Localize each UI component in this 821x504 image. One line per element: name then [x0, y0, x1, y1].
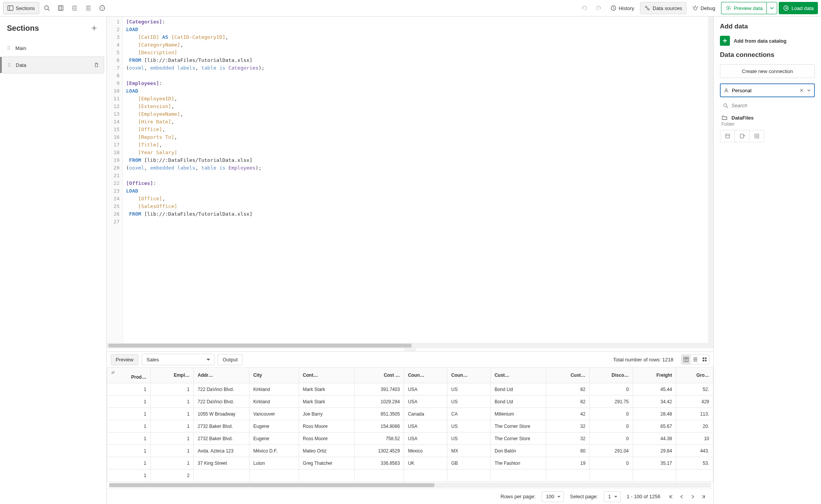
page-first-button[interactable]: [666, 492, 676, 501]
indent-button[interactable]: [68, 2, 81, 14]
column-header[interactable]: Gro…: [676, 368, 713, 383]
column-header[interactable]: Cust…: [546, 368, 590, 383]
chevron-down-icon[interactable]: [807, 88, 811, 93]
drag-handle-icon[interactable]: [7, 62, 11, 68]
column-header[interactable]: Coun…: [404, 368, 447, 383]
table-cell: 1: [107, 420, 151, 432]
drag-handle-icon[interactable]: [7, 45, 11, 51]
table-cell: Eugene: [249, 420, 299, 432]
table-cell: 0: [590, 457, 633, 469]
preview-data-button[interactable]: Preview data: [721, 2, 766, 14]
column-header[interactable]: Freight: [633, 368, 676, 383]
debug-button[interactable]: Debug: [688, 2, 720, 14]
column-header[interactable]: Disco…: [590, 368, 633, 383]
column-header[interactable]: Cust…: [490, 368, 546, 383]
page-next-button[interactable]: [688, 492, 697, 501]
add-from-catalog-button[interactable]: Add from data catalog: [720, 36, 815, 46]
create-connection-button[interactable]: Create new connection: [720, 64, 815, 78]
editor-vertical-scrollbar[interactable]: [708, 17, 713, 343]
table-cell: 722 DaVinci Blvd.: [194, 396, 249, 408]
svg-point-30: [9, 48, 10, 48]
connection-search[interactable]: [720, 103, 815, 108]
preview-table-wrap[interactable]: Prod…Empl…Addr…CityCont…Cost …Coun…Coun……: [107, 367, 713, 482]
undo-button[interactable]: [578, 2, 591, 14]
svg-point-35: [8, 65, 9, 65]
connection-search-input[interactable]: [731, 103, 812, 108]
table-cell: 1: [150, 420, 194, 432]
table-cell: Luton: [249, 457, 299, 469]
table-row[interactable]: 11Avda. Azteca 123México D.F.Mateo Ortiz…: [107, 445, 713, 457]
svg-point-55: [724, 104, 727, 107]
column-header[interactable]: Cont…: [299, 368, 354, 383]
table-row[interactable]: 112732 Baker Blvd.EugeneRoss Moore154.80…: [107, 420, 713, 432]
data-sources-button[interactable]: Data sources: [640, 2, 686, 14]
sidebar-item-main[interactable]: Main: [2, 40, 104, 57]
select-data-button[interactable]: [720, 130, 735, 142]
edit-connection-button[interactable]: [750, 130, 764, 142]
table-cell: 35.17: [633, 457, 676, 469]
space-select[interactable]: [720, 83, 815, 97]
preview-table: Prod…Empl…Addr…CityCont…Cost …Coun…Coun……: [107, 367, 713, 482]
splitter-handle[interactable]: [402, 348, 418, 351]
svg-rect-48: [703, 360, 704, 361]
table-cell: 1055 W Broadway: [194, 408, 249, 420]
table-row[interactable]: 1137 King StreetLutonGreg Thatcher336.85…: [107, 457, 713, 469]
comment-button[interactable]: [55, 2, 67, 14]
editor-horizontal-scrollbar[interactable]: [107, 343, 713, 348]
add-section-button[interactable]: [89, 23, 100, 33]
table-cell: 336.8563: [354, 457, 404, 469]
connection-item[interactable]: DataFiles: [720, 114, 815, 121]
table-cell: 10: [676, 432, 713, 445]
column-header[interactable]: Empl…: [150, 368, 194, 383]
svg-point-33: [8, 63, 9, 64]
view-list-button[interactable]: [691, 355, 700, 364]
table-cell: 391.7403: [354, 383, 404, 396]
help-button[interactable]: ?: [96, 2, 108, 14]
search-button[interactable]: [41, 2, 53, 14]
history-button[interactable]: History: [606, 2, 638, 14]
prev-icon: [680, 494, 684, 499]
outdent-button[interactable]: [82, 2, 95, 14]
script-editor[interactable]: 1234567891011121314151617181920212223242…: [107, 17, 713, 343]
table-row[interactable]: 111055 W BroadwayVancouverJoe Barry851.3…: [107, 408, 713, 420]
editor-code[interactable]: [Categories]:LOAD [CatID] AS [CatID-Cate…: [123, 17, 708, 343]
tab-preview[interactable]: Preview: [111, 354, 138, 365]
table-row[interactable]: 11722 DaVinci Blvd.KirklandMark Stark391…: [107, 383, 713, 396]
preview-data-dropdown[interactable]: [766, 2, 777, 14]
tab-output[interactable]: Output: [218, 354, 243, 365]
table-cell: US: [447, 396, 491, 408]
table-cell: US: [447, 420, 491, 432]
delete-section-button[interactable]: [94, 62, 99, 68]
table-cell: GB: [447, 457, 491, 469]
rows-per-page-select[interactable]: 100: [542, 491, 564, 502]
table-cell: 1: [107, 457, 151, 469]
page-prev-button[interactable]: [677, 492, 686, 501]
table-cell: 82: [546, 396, 590, 408]
select-page-select[interactable]: 1: [604, 491, 620, 502]
clear-icon[interactable]: [799, 88, 804, 93]
preview-table-select[interactable]: Sales: [141, 354, 214, 365]
column-header[interactable]: Addr…: [194, 368, 249, 383]
svg-line-3: [48, 9, 50, 11]
load-data-button[interactable]: Load data: [779, 2, 818, 14]
sidebar-item-data[interactable]: Data: [2, 57, 104, 73]
space-input[interactable]: [732, 88, 796, 93]
column-header[interactable]: City: [249, 368, 299, 383]
table-cell: 429: [676, 396, 713, 408]
table-cell: 37 King Street: [194, 457, 249, 469]
redo-button[interactable]: [592, 2, 605, 14]
page-last-button[interactable]: [699, 492, 708, 501]
view-grid-button[interactable]: [700, 355, 709, 364]
table-row[interactable]: 11722 DaVinci Blvd.KirklandMark Stark102…: [107, 396, 713, 408]
table-row[interactable]: 112732 Baker Blvd.EugeneRoss Moore758.52…: [107, 432, 713, 445]
preview-horizontal-scrollbar[interactable]: [109, 482, 711, 488]
column-header[interactable]: Coun…: [447, 368, 491, 383]
table-row[interactable]: 12: [107, 469, 713, 482]
sections-toggle-button[interactable]: Sections: [3, 2, 39, 14]
view-table-button[interactable]: [681, 355, 691, 364]
insert-script-button[interactable]: [735, 130, 750, 142]
column-header[interactable]: Prod…: [107, 368, 151, 383]
column-header[interactable]: Cost …: [354, 368, 404, 383]
svg-point-61: [756, 135, 758, 137]
table-cell: Avda. Azteca 123: [194, 445, 249, 457]
